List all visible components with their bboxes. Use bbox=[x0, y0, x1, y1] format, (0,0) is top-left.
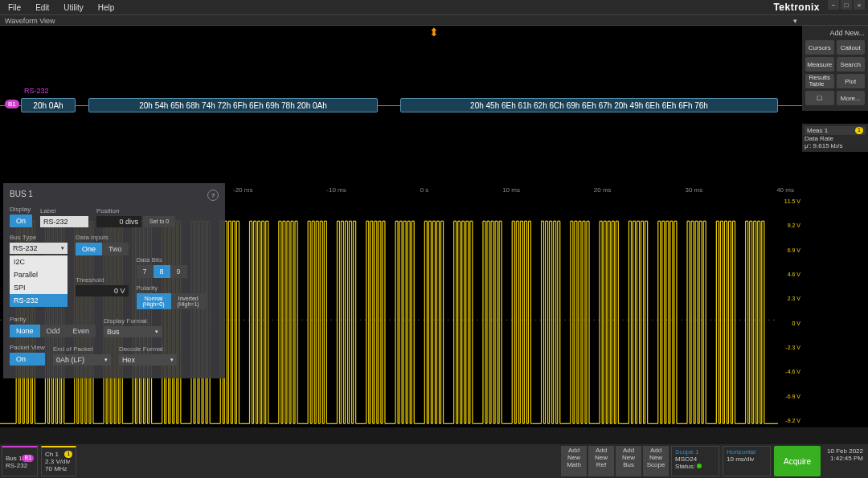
main-waveform-area: ⬍ Add New... Cursors Callout Measure Sea… bbox=[0, 26, 868, 427]
add-new-panel: Add New... Cursors Callout Measure Searc… bbox=[802, 26, 868, 111]
acquire-button[interactable]: Acquire bbox=[774, 446, 821, 476]
data-bits-9[interactable]: 9 bbox=[170, 265, 187, 278]
decode-packet-0[interactable]: 20h 0Ah bbox=[21, 98, 76, 112]
threshold-input[interactable]: 0 V bbox=[76, 285, 129, 296]
position-input[interactable]: 0 divs bbox=[96, 216, 141, 227]
bus-type-label: Bus Type bbox=[10, 234, 68, 241]
end-of-packet-dropdown[interactable]: 0Ah (LF)▾ bbox=[53, 354, 111, 366]
bus-type-option-spi[interactable]: SPI bbox=[10, 281, 68, 294]
brand-logo: Tektronix bbox=[773, 2, 820, 13]
bottom-bar: Bus 1B1 RS-232 Ch 11 2.3 V/div 70 MHz Ad… bbox=[0, 444, 868, 478]
display-format-label: Display Format bbox=[104, 317, 162, 325]
decode-packet-2[interactable]: 20h 45h 6Eh 61h 62h 6Ch 69h 6Eh 67h 20h … bbox=[400, 98, 778, 112]
label-input[interactable]: RS-232 bbox=[40, 216, 88, 227]
add-scope-button[interactable]: Add New Scope bbox=[643, 446, 669, 476]
chevron-down-icon: ▾ bbox=[104, 357, 108, 363]
decode-format-label: Decode Format bbox=[119, 345, 177, 353]
menu-edit[interactable]: Edit bbox=[35, 3, 49, 12]
add-math-button[interactable]: Add New Math bbox=[561, 446, 587, 476]
menu-help[interactable]: Help bbox=[98, 3, 115, 12]
measurement-badge[interactable]: Meas 1 1 Data Rate µ': 9.615 kb/s bbox=[802, 124, 868, 152]
display-toggle[interactable]: On bbox=[10, 214, 32, 227]
parity-none[interactable]: None bbox=[10, 325, 40, 337]
chevron-down-icon: ▾ bbox=[61, 245, 64, 251]
draw-box-button[interactable]: ☐ bbox=[805, 91, 834, 105]
meas-value: µ': 9.615 kb/s bbox=[805, 142, 866, 149]
add-new-title: Add New... bbox=[805, 29, 865, 37]
menu-bar: File Edit Utility Help Tektronix − □ × bbox=[0, 0, 868, 14]
parity-label: Parity bbox=[10, 316, 96, 323]
packet-view-label: Packet View bbox=[10, 344, 45, 351]
status-dot-icon bbox=[697, 464, 702, 468]
end-of-packet-label: End of Packet bbox=[53, 345, 111, 353]
bus-type-option-i2c[interactable]: I2C bbox=[10, 255, 68, 268]
polarity-normal[interactable]: Normal (High=0) bbox=[137, 293, 171, 309]
bus-type-option-parallel[interactable]: Parallel bbox=[10, 268, 68, 281]
menu-utility[interactable]: Utility bbox=[63, 3, 83, 12]
label-field-label: Label bbox=[40, 207, 88, 214]
decode-packet-1[interactable]: 20h 54h 65h 68h 74h 72h 6Fh 6Eh 69h 78h … bbox=[88, 98, 378, 112]
bus-type-dropdown[interactable]: RS-232▾ bbox=[10, 243, 68, 254]
add-ref-button[interactable]: Add New Ref bbox=[588, 446, 614, 476]
display-format-dropdown[interactable]: Bus▾ bbox=[104, 326, 162, 337]
data-inputs-one[interactable]: One bbox=[76, 243, 102, 255]
window-close-button[interactable]: × bbox=[854, 0, 865, 10]
window-minimize-button[interactable]: − bbox=[828, 0, 839, 10]
horizontal-box[interactable]: Horizontal 10 ms/div bbox=[723, 446, 771, 476]
chevron-down-icon: ▾ bbox=[170, 357, 174, 363]
data-inputs-label: Data Inputs bbox=[76, 234, 129, 241]
trigger-marker-icon[interactable]: ⬍ bbox=[429, 26, 439, 39]
add-bus-button[interactable]: Add New Bus bbox=[616, 446, 641, 476]
chevron-down-icon: ▾ bbox=[155, 329, 158, 335]
menu-file[interactable]: File bbox=[8, 3, 21, 12]
time-axis: -20 ms -10 ms 0 s 10 ms 20 ms 30 ms 40 m… bbox=[225, 186, 802, 194]
polarity-inverted[interactable]: Inverted (High=1) bbox=[171, 293, 206, 309]
decode-format-dropdown[interactable]: Hex▾ bbox=[119, 354, 177, 366]
bus-handle-badge[interactable]: B1 bbox=[5, 100, 19, 108]
view-title-bar: Waveform View ▾ bbox=[0, 14, 868, 26]
meas-channel-badge: 1 bbox=[855, 127, 863, 134]
packet-view-toggle[interactable]: On bbox=[10, 353, 45, 366]
bus1-badge[interactable]: Bus 1B1 RS-232 bbox=[2, 446, 38, 476]
bus-protocol-label: RS-232 bbox=[24, 87, 49, 95]
callout-button[interactable]: Callout bbox=[837, 40, 866, 55]
bus-type-listbox[interactable]: I2C Parallel SPI RS-232 bbox=[10, 255, 68, 307]
datetime-display: 10 Feb 2022 1:42:45 PM bbox=[824, 446, 866, 476]
help-icon[interactable]: ? bbox=[207, 190, 219, 201]
meas-name: Data Rate bbox=[805, 135, 866, 142]
data-inputs-two[interactable]: Two bbox=[102, 243, 129, 255]
plot-button[interactable]: Plot bbox=[837, 74, 866, 88]
display-label: Display bbox=[10, 206, 32, 213]
view-chevron-icon[interactable]: ▾ bbox=[793, 15, 797, 25]
cursors-button[interactable]: Cursors bbox=[805, 40, 834, 55]
ch1-badge[interactable]: Ch 11 2.3 V/div 70 MHz bbox=[41, 446, 76, 476]
data-bits-7[interactable]: 7 bbox=[137, 265, 154, 278]
view-title: Waveform View bbox=[5, 15, 55, 25]
bus-config-title: BUS 1 bbox=[10, 190, 33, 201]
data-bits-8[interactable]: 8 bbox=[154, 265, 170, 278]
voltage-axis: 11.5 V 9.2 V 6.9 V 4.6 V 2.3 V 0 V -2.3 … bbox=[784, 198, 802, 423]
position-label: Position bbox=[96, 207, 175, 214]
polarity-label: Polarity bbox=[137, 284, 206, 292]
data-bits-label: Data Bits bbox=[137, 256, 206, 264]
threshold-label: Threshold bbox=[76, 276, 129, 284]
parity-even[interactable]: Even bbox=[67, 325, 96, 337]
search-button[interactable]: Search bbox=[837, 57, 866, 71]
measure-button[interactable]: Measure bbox=[805, 57, 834, 71]
results-table-button[interactable]: Results Table bbox=[805, 74, 834, 88]
scope-status-box[interactable]: Scope 1 MSO24 Status: bbox=[671, 446, 719, 476]
window-maximize-button[interactable]: □ bbox=[841, 0, 852, 10]
bus-type-option-rs232[interactable]: RS-232 bbox=[10, 294, 68, 307]
meas-title: Meas 1 bbox=[807, 127, 828, 134]
bus-decode-lane: RS-232 B1 20h 0Ah 20h 54h 65h 68h 74h 72… bbox=[0, 98, 802, 114]
set-to-zero-button[interactable]: Set to 0 bbox=[143, 216, 175, 227]
more-button[interactable]: More... bbox=[837, 91, 866, 105]
parity-odd[interactable]: Odd bbox=[40, 325, 67, 337]
bus-config-dialog: BUS 1 ? Display On Label RS-232 Position… bbox=[3, 183, 225, 378]
